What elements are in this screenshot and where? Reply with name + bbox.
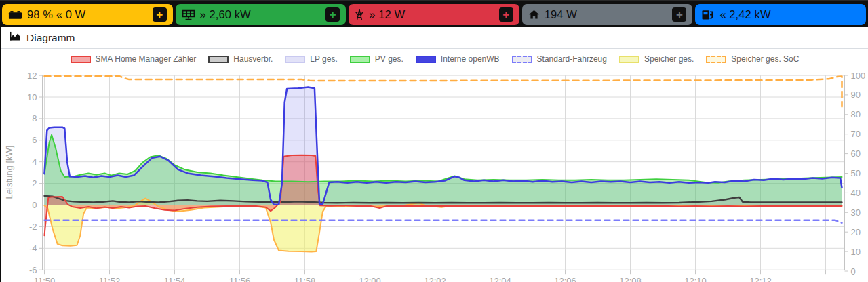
y-right-tick: 100 xyxy=(851,70,866,81)
legend-label: Speicher ges. SoC xyxy=(731,54,799,64)
y-left-tick: 10 xyxy=(27,92,37,102)
legend-swatch xyxy=(285,56,305,63)
pylon-icon xyxy=(355,9,364,20)
status-badge-battery[interactable]: 98 % « 0 W+ xyxy=(2,4,173,25)
status-badge-pv[interactable]: » 2,60 kW+ xyxy=(176,4,347,25)
y-right-tick: 90 xyxy=(851,89,861,100)
y-right-tick: 30 xyxy=(851,207,861,218)
y-right-tick: 60 xyxy=(851,148,861,159)
x-tick: 12:02 xyxy=(424,276,446,282)
legend-item-7[interactable]: Speicher ges. SoC xyxy=(706,54,799,64)
legend-item-0[interactable]: SMA Home Manager Zähler xyxy=(71,54,197,64)
status-bar: 98 % « 0 W+» 2,60 kW+» 12 W+194 W+« 2,42… xyxy=(0,0,868,27)
chart-area: 121086420-2-4-6100908070605040302010011:… xyxy=(1,49,868,282)
y-right-tick: 40 xyxy=(851,188,861,198)
legend-swatch xyxy=(512,56,532,63)
y-right-tick: 80 xyxy=(851,109,861,119)
y-left-tick: 12 xyxy=(27,70,37,81)
status-badge-label: « 2,42 kW xyxy=(719,8,770,21)
y-left-tick: 0 xyxy=(32,200,37,210)
x-tick: 12:00 xyxy=(359,276,381,282)
x-tick: 12:04 xyxy=(489,276,511,282)
page-title: Diagramm xyxy=(26,32,75,44)
y-axis-title: Leistung [kW] xyxy=(4,146,14,199)
x-tick: 11:52 xyxy=(99,276,121,282)
y-left-tick: -4 xyxy=(29,243,37,254)
legend-item-4[interactable]: Interne openWB xyxy=(416,54,500,64)
charging-station-icon xyxy=(701,9,715,20)
y-left-tick: -2 xyxy=(29,222,37,232)
legend-item-6[interactable]: Speicher ges. xyxy=(619,54,694,64)
x-tick: 11:58 xyxy=(294,276,316,282)
series-area-pv-ges- xyxy=(45,135,842,205)
legend-label: PV ges. xyxy=(375,54,403,64)
legend-item-2[interactable]: LP ges. xyxy=(285,54,337,64)
diagram-header: Diagramm xyxy=(1,27,868,49)
series-line-standard-fahrzeug xyxy=(45,220,842,223)
status-badge-label: 98 % « 0 W xyxy=(27,8,85,21)
legend-item-5[interactable]: Standard-Fahrzeug xyxy=(512,54,607,64)
status-badge-label: » 12 W xyxy=(369,8,405,21)
y-left-tick: -6 xyxy=(29,265,37,275)
y-left-tick: 6 xyxy=(32,135,37,145)
area-chart-icon xyxy=(9,31,21,44)
y-right-tick: 0 xyxy=(851,266,856,277)
y-left-tick: 4 xyxy=(32,157,37,167)
x-tick: 12:08 xyxy=(619,276,642,282)
x-tick: 12:12 xyxy=(749,276,772,282)
solar-panel-icon xyxy=(182,9,195,20)
status-badge-chargepoint[interactable]: « 2,42 kW xyxy=(695,4,866,25)
legend-label: Interne openWB xyxy=(441,54,500,64)
status-badge-label: 194 W xyxy=(545,8,577,21)
add-button[interactable]: + xyxy=(326,7,340,22)
legend-swatch xyxy=(350,56,370,63)
x-tick: 11:54 xyxy=(164,276,186,282)
x-tick: 11:56 xyxy=(229,276,251,282)
y-left-tick: 8 xyxy=(32,113,37,123)
legend-swatch xyxy=(706,56,726,63)
x-tick: 12:10 xyxy=(684,276,707,282)
legend-swatch xyxy=(208,56,229,63)
house-icon xyxy=(528,9,540,20)
status-badge-grid[interactable]: » 12 W+ xyxy=(349,4,519,25)
legend-swatch xyxy=(416,56,436,63)
legend-label: SMA Home Manager Zähler xyxy=(96,54,197,64)
x-tick: 12:06 xyxy=(554,276,576,282)
status-badge-label: » 2,60 kW xyxy=(200,8,251,21)
chart-legend: SMA Home Manager ZählerHausverbr.LP ges.… xyxy=(1,54,868,64)
add-button[interactable]: + xyxy=(672,7,686,22)
add-button[interactable]: + xyxy=(499,7,513,22)
legend-swatch xyxy=(619,56,639,63)
legend-swatch xyxy=(71,56,91,63)
y-right-tick: 70 xyxy=(851,129,861,139)
y-right-tick: 50 xyxy=(851,168,861,178)
y-right-tick: 10 xyxy=(851,247,861,257)
x-tick: 11:50 xyxy=(34,276,56,282)
battery-icon xyxy=(8,9,22,20)
legend-label: Speicher ges. xyxy=(644,54,694,64)
y-left-tick: 2 xyxy=(32,178,37,188)
legend-label: Hausverbr. xyxy=(233,54,273,64)
series-line-speicher-ges-soc xyxy=(45,76,842,106)
legend-item-1[interactable]: Hausverbr. xyxy=(208,54,273,64)
power-chart: 121086420-2-4-6100908070605040302010011:… xyxy=(1,49,868,282)
legend-item-3[interactable]: PV ges. xyxy=(350,54,403,64)
main-panel: Diagramm 121086420-2-4-61009080706050403… xyxy=(0,27,868,282)
legend-label: LP ges. xyxy=(310,54,337,64)
add-button[interactable]: + xyxy=(153,7,167,22)
y-right-tick: 20 xyxy=(851,227,861,237)
legend-label: Standard-Fahrzeug xyxy=(537,54,607,64)
status-badge-house[interactable]: 194 W+ xyxy=(522,4,693,25)
